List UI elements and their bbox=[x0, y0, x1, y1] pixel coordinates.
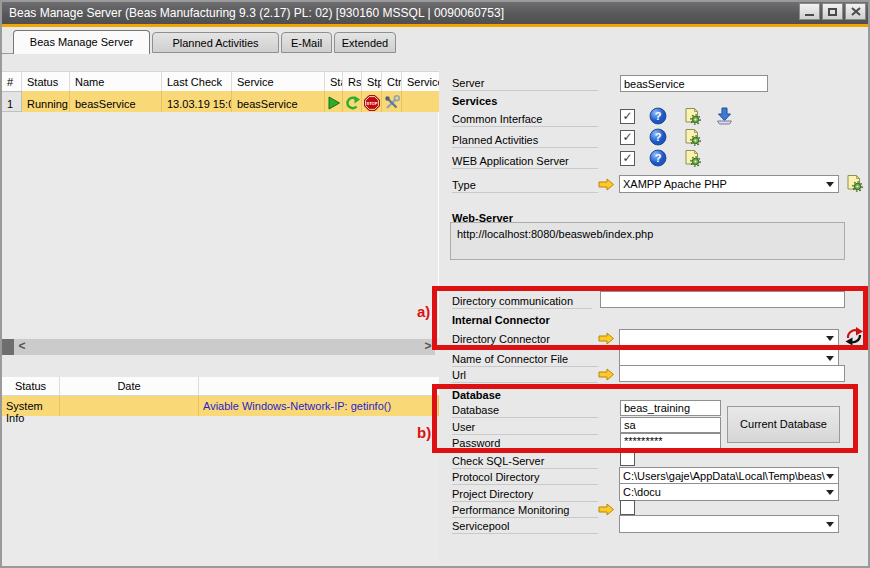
type-dropdown[interactable]: XAMPP Apache PHP bbox=[619, 175, 839, 193]
chevron-down-icon bbox=[826, 474, 834, 479]
performance-monitoring-label: Performance Monitoring bbox=[452, 502, 598, 518]
scroll-left-arrow[interactable]: < bbox=[15, 339, 29, 355]
scrollbar-thumb[interactable] bbox=[2, 339, 14, 355]
servicepool-dropdown[interactable] bbox=[619, 515, 839, 533]
link-arrow-icon[interactable] bbox=[598, 503, 615, 516]
servicepool-label: Servicepool bbox=[452, 518, 598, 534]
minimize-button[interactable] bbox=[799, 3, 820, 20]
tab-beas-manage-server[interactable]: Beas Manage Server bbox=[13, 30, 150, 54]
directory-connector-label: Directory Connector bbox=[452, 331, 598, 347]
chevron-down-icon bbox=[826, 490, 834, 495]
web-server-url-box: http://localhost:8080/beasweb/index.php bbox=[450, 222, 845, 260]
user-input[interactable] bbox=[620, 417, 721, 433]
type-value: XAMPP Apache PHP bbox=[623, 178, 727, 190]
maximize-icon bbox=[828, 8, 837, 16]
chevron-down-icon bbox=[826, 182, 834, 187]
help-icon[interactable]: ? bbox=[649, 128, 667, 146]
check-icon: ✓ bbox=[622, 130, 632, 144]
restart-icon[interactable] bbox=[344, 95, 360, 111]
service-status-cell[interactable]: Running bbox=[22, 91, 70, 112]
check-icon: ✓ bbox=[622, 109, 632, 123]
user-label: User bbox=[452, 419, 598, 435]
refresh-icon[interactable] bbox=[844, 326, 864, 346]
tab-planned-activities[interactable]: Planned Activities bbox=[152, 32, 279, 53]
app-window: Beas Manage Server (Beas Manufacturing 9… bbox=[0, 0, 870, 568]
log-status-cell[interactable]: System Info bbox=[2, 396, 60, 416]
protocol-directory-value: C:\Users\gaje\AppData\Local\Temp\beas\ bbox=[623, 470, 825, 482]
database-input[interactable] bbox=[620, 400, 721, 416]
database-header: Database bbox=[452, 389, 501, 401]
service-config-icon[interactable] bbox=[683, 128, 701, 146]
service-service-cell[interactable]: beasService bbox=[232, 91, 325, 112]
planned-activities-checkbox[interactable]: ✓ bbox=[620, 130, 635, 145]
service-table: # Status Name Last Check Service Sta Rst… bbox=[2, 70, 439, 337]
service-table-header: # Status Name Last Check Service Sta Rst… bbox=[2, 71, 439, 91]
web-application-server-checkbox[interactable]: ✓ bbox=[620, 151, 635, 166]
service-lastcheck-cell[interactable]: 13.03.19 15:06 bbox=[162, 91, 232, 112]
col-servicepool: Servicep bbox=[402, 72, 439, 91]
performance-monitoring-checkbox[interactable] bbox=[620, 500, 635, 515]
server-input[interactable] bbox=[620, 75, 768, 92]
service-servicepool-cell[interactable] bbox=[402, 91, 439, 112]
horizontal-scrollbar[interactable]: < > bbox=[2, 339, 435, 355]
col-num: # bbox=[2, 72, 22, 91]
close-button[interactable] bbox=[845, 3, 866, 20]
link-arrow-icon[interactable] bbox=[598, 332, 615, 345]
svg-text:?: ? bbox=[655, 152, 662, 164]
log-message-cell[interactable]: Aviable Windows-Network-IP: getinfo() bbox=[199, 396, 439, 416]
service-row[interactable]: 1 Running beasService 13.03.19 15:06 bea… bbox=[2, 91, 439, 112]
help-icon[interactable]: ? bbox=[649, 149, 667, 167]
log-col-status: Status bbox=[2, 377, 60, 395]
check-sql-server-checkbox[interactable] bbox=[620, 451, 635, 466]
log-date-cell[interactable] bbox=[60, 396, 199, 416]
directory-communication-input[interactable] bbox=[600, 291, 845, 308]
chevron-down-icon bbox=[826, 336, 834, 341]
type-label: Type bbox=[452, 177, 598, 193]
service-config-icon[interactable] bbox=[683, 107, 701, 125]
web-application-server-label: WEB Application Server bbox=[452, 153, 598, 169]
common-interface-checkbox[interactable]: ✓ bbox=[620, 109, 635, 124]
log-table: Status Date System Info Aviable Windows-… bbox=[2, 377, 439, 566]
service-config-icon[interactable] bbox=[683, 149, 701, 167]
password-input[interactable] bbox=[620, 433, 721, 449]
stop-icon[interactable]: STOP bbox=[364, 95, 380, 111]
col-service: Service bbox=[232, 72, 325, 91]
tools-icon[interactable] bbox=[384, 95, 400, 111]
project-directory-label: Project Directory bbox=[452, 486, 598, 502]
col-name: Name bbox=[70, 72, 162, 91]
services-header: Services bbox=[452, 95, 497, 107]
server-label: Server bbox=[452, 75, 598, 91]
chevron-down-icon bbox=[826, 522, 834, 527]
col-stp: Stp bbox=[362, 72, 382, 91]
annotation-label-a: a) bbox=[417, 303, 430, 320]
name-of-connector-file-label: Name of Connector File bbox=[452, 351, 598, 367]
log-col-message bbox=[199, 377, 439, 395]
maximize-button[interactable] bbox=[822, 3, 843, 20]
current-database-button[interactable]: Current Database bbox=[727, 406, 840, 443]
tab-extended[interactable]: Extended bbox=[334, 32, 396, 53]
scroll-right-arrow[interactable]: > bbox=[421, 339, 435, 355]
project-directory-dropdown[interactable]: C:\docu bbox=[619, 483, 839, 501]
chevron-down-icon bbox=[826, 356, 834, 361]
link-arrow-icon[interactable] bbox=[598, 368, 615, 381]
col-ctrl: Ctrl bbox=[382, 72, 402, 91]
directory-connector-dropdown[interactable] bbox=[619, 329, 839, 347]
annotation-label-b: b) bbox=[417, 424, 431, 441]
service-row-number[interactable]: 1 bbox=[2, 91, 22, 112]
svg-text:STOP: STOP bbox=[367, 100, 378, 105]
window-title: Beas Manage Server (Beas Manufacturing 9… bbox=[9, 6, 504, 20]
play-icon[interactable] bbox=[326, 95, 342, 111]
database-label: Database bbox=[452, 402, 598, 418]
log-table-header: Status Date bbox=[2, 377, 439, 396]
help-icon[interactable]: ? bbox=[649, 107, 667, 125]
url-input[interactable] bbox=[619, 365, 845, 382]
link-arrow-icon[interactable] bbox=[598, 178, 615, 191]
svg-text:?: ? bbox=[655, 110, 662, 122]
col-status: Status bbox=[22, 72, 70, 91]
service-name-cell[interactable]: beasService bbox=[70, 91, 162, 112]
tab-email[interactable]: E-Mail bbox=[281, 32, 332, 53]
col-sta: Sta bbox=[325, 72, 343, 91]
log-row[interactable]: System Info Aviable Windows-Network-IP: … bbox=[2, 396, 439, 416]
service-config-icon[interactable] bbox=[845, 174, 863, 192]
download-icon[interactable] bbox=[715, 107, 734, 125]
